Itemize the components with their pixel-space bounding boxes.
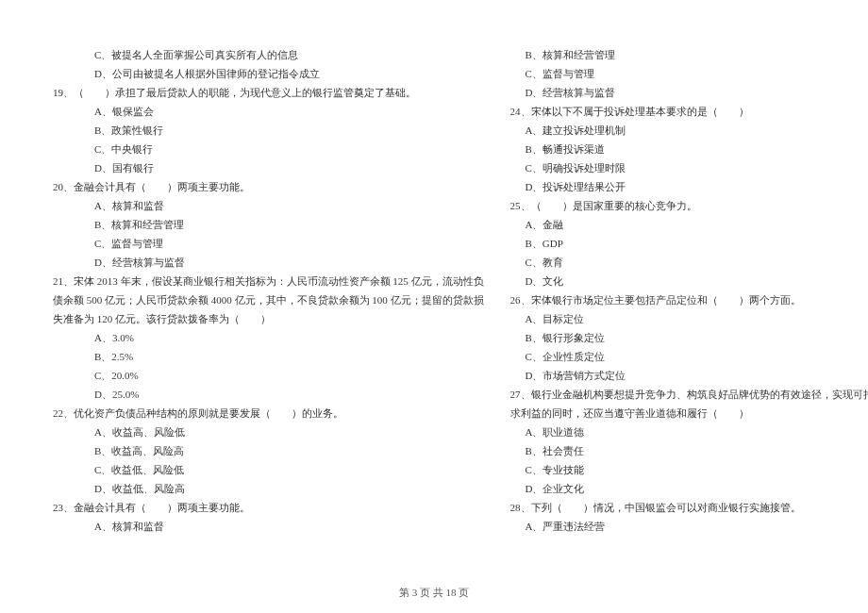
exam-page: C、被提名人全面掌握公司真实所有人的信息D、公司由被提名人根据外国律师的登记指令… — [0, 0, 868, 566]
text-line: B、畅通投诉渠道 — [510, 140, 869, 158]
text-line: D、企业文化 — [510, 479, 869, 498]
text-line: D、25.0% — [53, 385, 484, 404]
left-column: C、被提名人全面掌握公司真实所有人的信息D、公司由被提名人根据外国律师的登记指令… — [53, 45, 484, 538]
text-line: C、企业性质定位 — [510, 347, 869, 366]
text-line: A、建立投诉处理机制 — [510, 121, 869, 140]
text-line: A、目标定位 — [510, 309, 869, 328]
text-line: D、收益低、风险高 — [53, 479, 484, 498]
text-line: C、20.0% — [53, 366, 484, 385]
page-footer: 第 3 页 共 18 页 — [0, 586, 868, 600]
text-line: D、投诉处理结果公开 — [510, 177, 869, 196]
text-line: D、文化 — [510, 272, 869, 290]
text-line: 25、（ ）是国家重要的核心竞争力。 — [510, 196, 869, 215]
text-line: D、经营核算与监督 — [53, 253, 484, 272]
text-line: C、专业技能 — [510, 460, 869, 479]
text-line: 23、金融会计具有（ ）两项主要功能。 — [53, 498, 484, 517]
text-line: 求利益的同时，还应当遵守善业道德和履行（ ） — [510, 404, 869, 422]
text-line: B、银行形象定位 — [510, 328, 869, 347]
text-line: 21、宋体 2013 年末，假设某商业银行相关指标为：人民币流动性资产余额 12… — [53, 272, 484, 290]
text-line: A、收益高、风险低 — [53, 422, 484, 441]
text-line: 债余额 500 亿元；人民币贷款余额 4000 亿元，其中，不良贷款余额为 10… — [53, 290, 484, 309]
text-line: C、明确投诉处理时限 — [510, 158, 869, 177]
text-line: 26、宋体银行市场定位主要包括产品定位和（ ）两个方面。 — [510, 290, 869, 309]
text-line: 20、金融会计具有（ ）两项主要功能。 — [53, 177, 484, 196]
text-line: B、收益高、风险高 — [53, 441, 484, 460]
text-line: D、国有银行 — [53, 158, 484, 177]
text-line: C、被提名人全面掌握公司真实所有人的信息 — [53, 45, 484, 64]
text-line: 27、银行业金融机构要想提升竞争力、构筑良好品牌优势的有效途径，实现可持续发展，… — [510, 385, 869, 404]
text-line: A、核算和监督 — [53, 196, 484, 215]
text-line: D、公司由被提名人根据外国律师的登记指令成立 — [53, 64, 484, 83]
text-line: A、金融 — [510, 215, 869, 234]
text-line: A、职业道德 — [510, 422, 869, 441]
text-line: C、监督与管理 — [510, 64, 869, 83]
text-line: 28、下列（ ）情况，中国银监会可以对商业银行实施接管。 — [510, 498, 869, 517]
text-line: A、银保监会 — [53, 102, 484, 121]
text-line: B、社会责任 — [510, 441, 869, 460]
text-line: C、教育 — [510, 253, 869, 272]
text-line: 22、优化资产负债品种结构的原则就是要发展（ ）的业务。 — [53, 404, 484, 422]
text-line: 19、（ ）承担了最后贷款人的职能，为现代意义上的银行监管奠定了基础。 — [53, 83, 484, 102]
text-line: B、政策性银行 — [53, 121, 484, 140]
text-line: A、严重违法经营 — [510, 517, 869, 536]
text-line: A、核算和监督 — [53, 517, 484, 536]
text-line: B、2.5% — [53, 347, 484, 366]
right-column: B、核算和经营管理C、监督与管理D、经营核算与监督24、宋体以下不属于投诉处理基… — [510, 45, 869, 538]
text-line: B、核算和经营管理 — [53, 215, 484, 234]
text-line: A、3.0% — [53, 328, 484, 347]
text-line: B、GDP — [510, 234, 869, 253]
text-line: B、核算和经营管理 — [510, 45, 869, 64]
text-line: 24、宋体以下不属于投诉处理基本要求的是（ ） — [510, 102, 869, 121]
text-line: C、监督与管理 — [53, 234, 484, 253]
text-line: C、中央银行 — [53, 140, 484, 158]
text-line: D、经营核算与监督 — [510, 83, 869, 102]
text-line: C、收益低、风险低 — [53, 460, 484, 479]
text-line: 失准备为 120 亿元。该行贷款拨备率为（ ） — [53, 309, 484, 328]
text-line: D、市场营销方式定位 — [510, 366, 869, 385]
